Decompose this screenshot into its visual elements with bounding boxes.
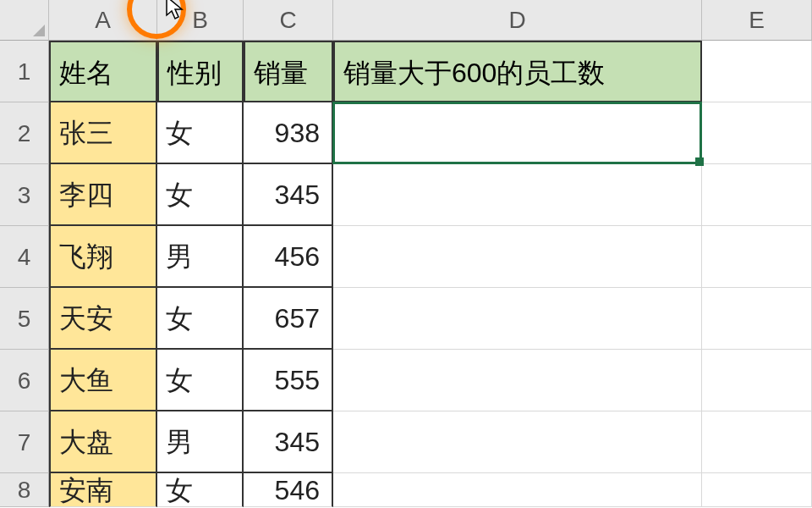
- cell-C6[interactable]: 555: [244, 350, 333, 411]
- cell-B8[interactable]: 女: [157, 473, 244, 507]
- cell-B4[interactable]: 男: [157, 226, 244, 288]
- cell-D1[interactable]: 销量大于600的员工数: [333, 41, 702, 102]
- cell-C3[interactable]: 345: [244, 164, 333, 226]
- cell-D6[interactable]: [333, 350, 702, 411]
- cell-C5[interactable]: 657: [244, 288, 333, 350]
- cell-A3[interactable]: 李四: [49, 164, 157, 226]
- cell-E1[interactable]: [702, 41, 812, 102]
- cell-E5[interactable]: [702, 288, 812, 350]
- col-header-C[interactable]: C: [244, 0, 333, 41]
- cell-E2[interactable]: [702, 102, 812, 164]
- cell-D3[interactable]: [333, 164, 702, 226]
- cell-C4[interactable]: 456: [244, 226, 333, 288]
- cell-B1[interactable]: 性别: [157, 41, 244, 102]
- cell-A1[interactable]: 姓名: [49, 41, 157, 102]
- row-header-5[interactable]: 5: [0, 288, 49, 350]
- row-header-2[interactable]: 2: [0, 102, 49, 164]
- cell-B2[interactable]: 女: [157, 102, 244, 164]
- cell-B3[interactable]: 女: [157, 164, 244, 226]
- cell-A4[interactable]: 飞翔: [49, 226, 157, 288]
- cell-D2[interactable]: [333, 102, 702, 164]
- cell-B7[interactable]: 男: [157, 411, 244, 473]
- col-header-B[interactable]: B: [157, 0, 244, 41]
- row-header-3[interactable]: 3: [0, 164, 49, 226]
- row-header-4[interactable]: 4: [0, 226, 49, 288]
- cell-A7[interactable]: 大盘: [49, 411, 157, 473]
- cell-A2[interactable]: 张三: [49, 102, 157, 164]
- row-header-7[interactable]: 7: [0, 411, 49, 473]
- cell-D4[interactable]: [333, 226, 702, 288]
- spreadsheet-grid[interactable]: A B C D E 1 姓名 性别 销量 销量大于600的员工数 2 张三 女 …: [0, 0, 812, 507]
- cell-E7[interactable]: [702, 411, 812, 473]
- cell-B5[interactable]: 女: [157, 288, 244, 350]
- cell-A5[interactable]: 天安: [49, 288, 157, 350]
- cell-E4[interactable]: [702, 226, 812, 288]
- col-header-A[interactable]: A: [49, 0, 157, 41]
- cell-A6[interactable]: 大鱼: [49, 350, 157, 411]
- col-header-D[interactable]: D: [333, 0, 702, 41]
- row-header-8[interactable]: 8: [0, 473, 49, 507]
- cell-C2[interactable]: 938: [244, 102, 333, 164]
- cell-D5[interactable]: [333, 288, 702, 350]
- row-header-1[interactable]: 1: [0, 41, 49, 102]
- cell-C1[interactable]: 销量: [244, 41, 333, 102]
- row-header-6[interactable]: 6: [0, 350, 49, 411]
- col-header-E[interactable]: E: [702, 0, 812, 41]
- cell-B6[interactable]: 女: [157, 350, 244, 411]
- cell-A8[interactable]: 安南: [49, 473, 157, 507]
- cell-E3[interactable]: [702, 164, 812, 226]
- cell-E8[interactable]: [702, 473, 812, 507]
- cell-C8[interactable]: 546: [244, 473, 333, 507]
- cell-E6[interactable]: [702, 350, 812, 411]
- select-all-corner[interactable]: [0, 0, 49, 41]
- cell-D8[interactable]: [333, 473, 702, 507]
- cell-D7[interactable]: [333, 411, 702, 473]
- cell-C7[interactable]: 345: [244, 411, 333, 473]
